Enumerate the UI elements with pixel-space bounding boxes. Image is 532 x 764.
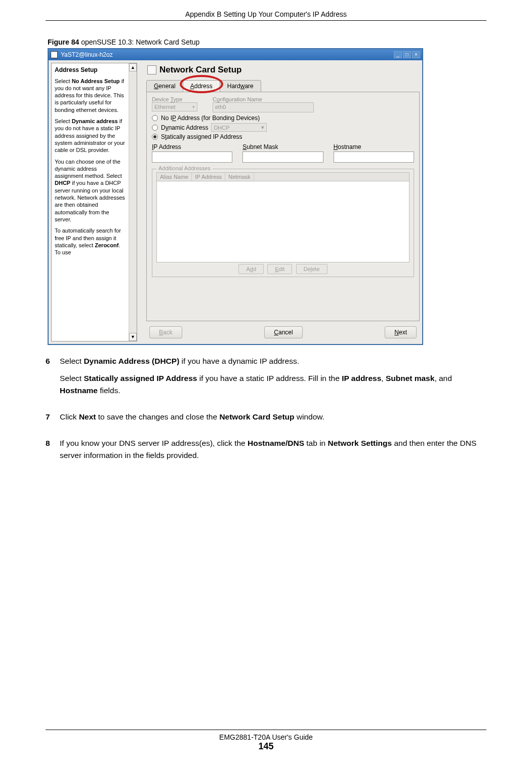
delete-button[interactable]: DeleteDelete <box>296 264 328 274</box>
radio-icon-checked <box>152 134 158 140</box>
window-titlebar: YaST2@linux-h2oz _ □ × <box>49 49 422 60</box>
tab-row: GGeneraleneral AAddressddress HardwareHa… <box>146 80 420 92</box>
help-bold: Dynamic address <box>72 118 118 124</box>
config-name-input: eth0 <box>213 102 314 112</box>
footer-guide-name: EMG2881-T20A User's Guide <box>0 733 532 741</box>
app-icon <box>51 51 58 58</box>
instruction-steps: 6 Select Dynamic Address (DHCP) if you h… <box>46 355 486 467</box>
step-bold: Dynamic Address (DHCP) <box>84 357 179 365</box>
device-type-select: Ethernet ▾ <box>152 102 197 111</box>
subnet-mask-input[interactable] <box>242 151 323 163</box>
addr-table-header: Alias Name IP Address Netmask <box>156 172 410 181</box>
ip-address-label: IP AddressIP Address <box>152 143 232 150</box>
step-bold: Network Card Setup <box>219 412 294 421</box>
radio-static-label: Statically assigned IP AddressStatically… <box>161 133 242 140</box>
tab-address[interactable]: AAddressddress <box>183 80 220 92</box>
step-6: 6 Select Dynamic Address (DHCP) if you h… <box>46 355 486 402</box>
radio-dynamic-label: Dynamic AddressDynamic Address <box>161 124 208 131</box>
step-text: if you have a dynamic IP address. <box>179 357 299 365</box>
window-title: YaST2@linux-h2oz <box>61 51 393 58</box>
panel-icon <box>147 65 156 74</box>
device-type-value: Ethernet <box>154 104 176 110</box>
col-ip: IP Address <box>192 173 225 181</box>
col-netmask: Netmask <box>225 173 254 181</box>
figure-caption: Figure 84 openSUSE 10.3: Network Card Se… <box>48 38 486 46</box>
minimize-button[interactable]: _ <box>394 51 402 58</box>
dynamic-type-select: DHCP ▾ <box>211 123 267 132</box>
edit-button[interactable]: EditEdit <box>267 264 292 274</box>
step-number: 6 <box>46 355 60 402</box>
col-alias: Alias Name <box>157 173 192 181</box>
panel-title-row: Network Card Setup <box>146 63 420 80</box>
ip-address-input[interactable] <box>152 151 232 163</box>
step-number: 7 <box>46 411 60 428</box>
help-content: Address Setup Select No Address Setup if… <box>52 63 129 341</box>
step-bold: Statically assigned IP Address <box>84 374 197 383</box>
step-bold: Network Settings <box>328 439 392 447</box>
radio-no-ip[interactable]: No IP Address (for Bonding Devices)No IP… <box>152 114 414 122</box>
step-bold: Hostname <box>60 386 98 395</box>
radio-dynamic[interactable]: Dynamic AddressDynamic Address DHCP ▾ <box>152 123 414 132</box>
panel-title: Network Card Setup <box>159 65 241 75</box>
tab-hardware[interactable]: HardwareHardware <box>220 80 261 92</box>
hostname-label: HostnameHostname <box>334 143 414 150</box>
chevron-down-icon: ▾ <box>261 124 264 131</box>
next-button[interactable]: NextNext <box>385 326 417 338</box>
step-text: If you know your DNS server IP address(e… <box>60 439 248 447</box>
page-footer: EMG2881-T20A User's Guide 145 <box>0 730 532 752</box>
subnet-mask-label: Subnet MaskSubnet Mask <box>242 143 323 150</box>
step-text: tab in <box>304 439 328 447</box>
scroll-down-button[interactable]: ▼ <box>129 333 137 341</box>
step-text: Click <box>60 412 79 421</box>
step-text: , <box>381 374 386 383</box>
step-text: window. <box>295 412 324 421</box>
dynamic-type-value: DHCP <box>214 125 229 131</box>
help-bold: Zeroconf <box>95 242 118 248</box>
additional-addresses-group: Additional Addresses Alias Name IP Addre… <box>152 169 414 277</box>
radio-static[interactable]: Statically assigned IP AddressStatically… <box>152 133 414 140</box>
screenshot-window: YaST2@linux-h2oz _ □ × Address Setup Sel… <box>48 48 423 345</box>
wizard-button-row: BackBack CancelCancel NextNext <box>146 321 420 341</box>
help-scrollbar[interactable]: ▲ ▼ <box>129 63 137 341</box>
help-pane: Address Setup Select No Address Setup if… <box>51 63 137 341</box>
scroll-up-button[interactable]: ▲ <box>129 63 137 71</box>
close-button[interactable]: × <box>412 51 420 58</box>
help-text: Select <box>55 78 72 84</box>
chevron-down-icon: ▾ <box>192 104 195 109</box>
help-text: if you have a DHCP server running on you… <box>55 180 125 222</box>
step-number: 8 <box>46 437 60 467</box>
step-text: if you have a static IP address. Fill in… <box>197 374 342 383</box>
addr-table-body <box>156 181 410 262</box>
tab-content: Device TypeDevice Type Ethernet ▾ Config… <box>146 92 420 321</box>
step-text: to save the changes and close the <box>96 412 220 421</box>
step-text: Select <box>60 357 84 365</box>
tab-general[interactable]: GGeneraleneral <box>146 80 183 92</box>
radio-icon <box>152 115 158 121</box>
step-7: 7 Click Next to save the changes and clo… <box>46 411 486 428</box>
step-text: , and <box>434 374 452 383</box>
help-heading: Address Setup <box>55 66 126 74</box>
step-text: Select <box>60 374 84 383</box>
help-text: Select <box>55 118 72 124</box>
step-bold: Subnet mask <box>386 374 434 383</box>
config-name-label: Configuration NameConfiguration Name <box>213 96 314 102</box>
radio-no-ip-label: No IP Address (for Bonding Devices)No IP… <box>161 114 260 122</box>
doc-header: Appendix B Setting Up Your Computer's IP… <box>46 10 486 21</box>
pane-sash[interactable] <box>140 63 144 341</box>
hostname-input[interactable] <box>334 151 414 163</box>
step-text: fields. <box>98 386 120 395</box>
help-text: You can choose one of the dynamic addres… <box>55 159 122 179</box>
additional-addresses-legend: Additional Addresses <box>156 165 213 171</box>
step-bold: Hostname/DNS <box>248 439 304 447</box>
footer-page-number: 145 <box>0 741 532 752</box>
maximize-button[interactable]: □ <box>403 51 411 58</box>
radio-icon <box>152 125 158 131</box>
help-bold: No Address Setup <box>72 78 120 84</box>
cancel-button[interactable]: CancelCancel <box>264 326 302 338</box>
back-button: BackBack <box>149 326 182 338</box>
main-pane: Network Card Setup GGeneraleneral AAddre… <box>146 63 420 341</box>
step-bold: Next <box>79 412 96 421</box>
add-button[interactable]: AddAdd <box>238 264 264 274</box>
step-bold: IP address <box>342 374 381 383</box>
step-8: 8 If you know your DNS server IP address… <box>46 437 486 467</box>
